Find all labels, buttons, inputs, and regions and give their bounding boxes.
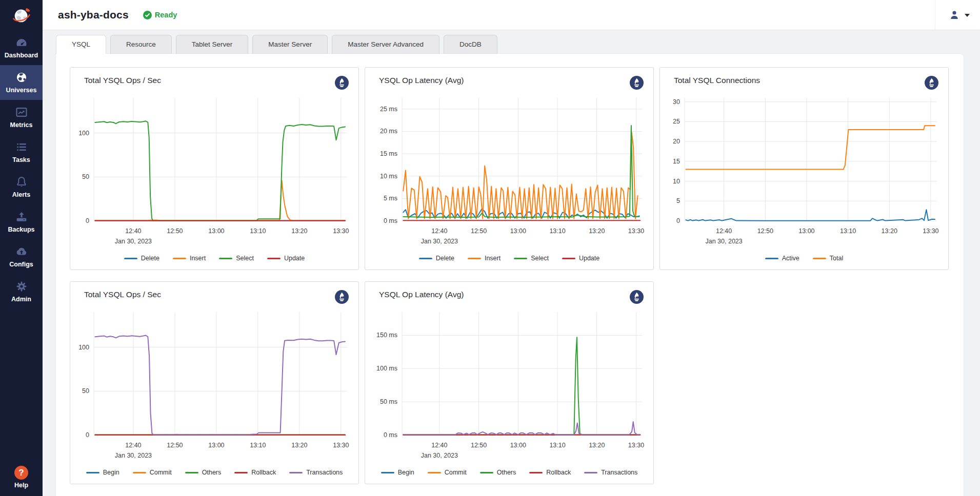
x-tick-label: 12:40 <box>431 228 447 235</box>
y-tick-label: 20 <box>673 138 680 145</box>
legend-swatch <box>468 258 481 259</box>
legend-item-insert[interactable]: Insert <box>173 255 206 262</box>
x-tick-label: 13:00 <box>510 228 526 235</box>
legend-label: Active <box>782 255 799 262</box>
y-tick-label: 50 <box>82 173 89 180</box>
chart-canvas[interactable]: 12:4012:5013:0013:1013:2013:300510152025… <box>660 90 948 253</box>
y-tick-label: 5 <box>676 197 680 204</box>
sidebar-item-metrics[interactable]: Metrics <box>0 100 43 135</box>
sidebar-item-dashboard[interactable]: Dashboard <box>0 30 43 65</box>
sidebar-item-universes[interactable]: Universes <box>0 65 43 100</box>
legend-item-transactions[interactable]: Transactions <box>584 469 637 476</box>
legend-swatch <box>562 258 575 259</box>
sidebar-item-backups[interactable]: Backups <box>0 204 43 239</box>
legend-label: Rollback <box>546 469 571 476</box>
legend-item-delete[interactable]: Delete <box>419 255 454 262</box>
legend-item-select[interactable]: Select <box>514 255 549 262</box>
legend-swatch <box>86 472 99 473</box>
x-tick-label: 13:10 <box>549 442 565 449</box>
x-tick-label: 13:30 <box>333 442 349 449</box>
legend-item-rollback[interactable]: Rollback <box>529 469 571 476</box>
legend-item-others[interactable]: Others <box>480 469 516 476</box>
planet-rocket-icon <box>10 4 33 27</box>
tab-master-server[interactable]: Master Server <box>252 35 328 54</box>
sidebar-item-admin[interactable]: Admin <box>0 274 43 309</box>
legend-item-rollback[interactable]: Rollback <box>234 469 276 476</box>
legend-label: Rollback <box>251 469 276 476</box>
chart-card-total-ysql-ops: Total YSQL Ops / Sec 12:4012:5013:0013:1… <box>70 67 359 270</box>
y-tick-label: 0 ms <box>384 217 397 224</box>
backups-upload-icon <box>1 210 42 224</box>
prometheus-icon[interactable] <box>630 290 644 304</box>
y-tick-label: 0 <box>86 217 89 224</box>
user-menu[interactable] <box>935 0 980 30</box>
y-tick-label: 100 ms <box>376 365 397 372</box>
y-tick-label: 5 ms <box>384 195 397 202</box>
sidebar-item-label: Backups <box>1 226 42 233</box>
sidebar-item-help[interactable]: ? Help <box>0 460 43 496</box>
sidebar-item-configs[interactable]: Configs <box>0 239 43 274</box>
legend-label: Delete <box>436 255 454 262</box>
legend-label: Select <box>236 255 254 262</box>
tab-resource[interactable]: Resource <box>110 35 172 54</box>
prometheus-icon[interactable] <box>925 76 938 90</box>
x-tick-label: 12:50 <box>757 228 773 235</box>
legend-item-active[interactable]: Active <box>765 255 799 262</box>
x-tick-label: 13:10 <box>250 228 266 235</box>
yugabyte-logo[interactable] <box>0 0 43 30</box>
tab-tablet-server[interactable]: Tablet Server <box>176 35 249 54</box>
series-line-transactions <box>95 336 345 435</box>
legend-swatch <box>813 258 826 259</box>
legend-item-others[interactable]: Others <box>185 469 222 476</box>
charts-panel: Total YSQL Ops / Sec 12:4012:5013:0013:1… <box>56 54 964 496</box>
x-tick-label: 13:20 <box>589 442 605 449</box>
legend-item-begin[interactable]: Begin <box>381 469 414 476</box>
legend-item-update[interactable]: Update <box>267 255 305 262</box>
chart-title: YSQL Op Latency (Avg) <box>379 290 464 299</box>
y-tick-label: 30 <box>673 98 680 106</box>
help-label: Help <box>0 482 43 489</box>
prometheus-icon[interactable] <box>335 290 349 304</box>
sidebar-item-label: Configs <box>1 261 42 268</box>
legend-item-update[interactable]: Update <box>562 255 599 262</box>
legend-item-total[interactable]: Total <box>813 255 843 262</box>
legend-item-begin[interactable]: Begin <box>86 469 119 476</box>
tab-docdb[interactable]: DocDB <box>444 35 497 54</box>
chart-title: Total YSQL Ops / Sec <box>84 290 161 299</box>
alerts-bell-icon <box>1 175 42 189</box>
x-tick-label: 13:20 <box>882 228 897 235</box>
legend-item-commit[interactable]: Commit <box>428 469 467 476</box>
universe-globe-icon <box>1 71 42 85</box>
chart-canvas[interactable]: 12:4012:5013:0013:1013:2013:300 ms50 ms1… <box>365 304 653 467</box>
legend-item-select[interactable]: Select <box>219 255 254 262</box>
chart-canvas[interactable]: 12:4012:5013:0013:1013:2013:30050100Jan … <box>70 90 358 253</box>
x-tick-label: 13:00 <box>208 442 224 449</box>
prometheus-icon[interactable] <box>630 76 644 90</box>
chart-canvas[interactable]: 12:4012:5013:0013:1013:2013:30050100Jan … <box>70 304 358 467</box>
series-line-select <box>95 121 345 220</box>
x-tick-label: 13:30 <box>333 228 349 235</box>
chart-legend: ActiveTotal <box>660 253 948 270</box>
sidebar-item-alerts[interactable]: Alerts <box>0 170 43 204</box>
universe-status-label: Ready <box>155 11 177 19</box>
prometheus-icon[interactable] <box>335 76 349 90</box>
legend-item-transactions[interactable]: Transactions <box>289 469 343 476</box>
y-tick-label: 50 <box>82 387 89 395</box>
x-tick-label: 12:40 <box>716 228 732 235</box>
y-tick-label: 15 <box>673 158 680 165</box>
y-tick-label: 0 <box>676 217 680 224</box>
main-area: ash-yba-docs Ready YSQL Resource Tablet … <box>43 0 980 496</box>
help-icon: ? <box>14 466 28 480</box>
legend-item-insert[interactable]: Insert <box>468 255 501 262</box>
legend-swatch <box>173 258 186 259</box>
sidebar-item-tasks[interactable]: Tasks <box>0 135 43 170</box>
legend-swatch <box>480 472 493 473</box>
x-tick-label: 12:50 <box>167 442 183 449</box>
legend-swatch <box>234 472 248 473</box>
legend-item-commit[interactable]: Commit <box>133 469 172 476</box>
legend-item-delete[interactable]: Delete <box>124 255 159 262</box>
legend-label: Update <box>284 255 305 262</box>
tab-ysql[interactable]: YSQL <box>56 35 106 54</box>
tab-master-server-advanced[interactable]: Master Server Advanced <box>332 35 439 54</box>
chart-canvas[interactable]: 12:4012:5013:0013:1013:2013:300 ms5 ms10… <box>365 90 653 253</box>
